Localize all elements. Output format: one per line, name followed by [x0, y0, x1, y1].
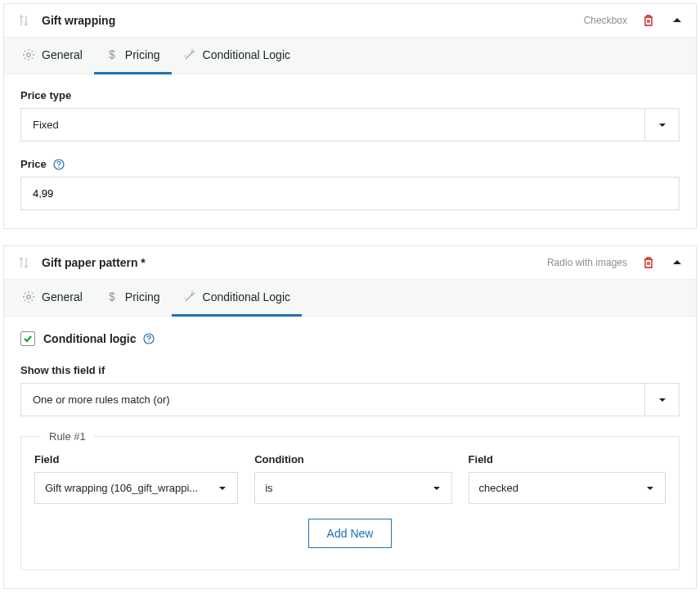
chevron-down-icon — [644, 109, 679, 141]
field-panel-gift-wrapping: Gift wrapping Checkbox General Pricing C… — [3, 3, 697, 229]
rule-legend: Rule #1 — [41, 430, 94, 443]
price-type-label: Price type — [20, 89, 680, 101]
tab-conditional-logic[interactable]: Conditional Logic — [172, 38, 302, 74]
panel-header: Gift paper pattern * Radio with images — [4, 246, 696, 279]
price-field: Price — [20, 158, 680, 210]
tab-label: Pricing — [125, 290, 160, 303]
tab-label: Pricing — [125, 48, 160, 61]
field-panel-gift-paper-pattern: Gift paper pattern * Radio with images G… — [3, 245, 697, 589]
dollar-icon — [105, 48, 119, 61]
price-type-select[interactable]: Fixed — [20, 108, 680, 142]
tab-label: Conditional Logic — [203, 48, 290, 61]
panel-header: Gift wrapping Checkbox — [4, 4, 696, 37]
tab-pricing[interactable]: Pricing — [94, 38, 172, 74]
rule-field-label: Field — [34, 453, 238, 465]
tab-label: Conditional Logic — [203, 290, 290, 303]
conditional-logic-checkbox[interactable] — [20, 331, 35, 346]
conditional-logic-label: Conditional logic — [43, 332, 137, 345]
rule-value-select[interactable]: checked — [469, 472, 666, 504]
add-new-button[interactable]: Add New — [308, 519, 393, 548]
dollar-icon — [105, 290, 119, 303]
panel-title: Gift paper pattern * — [42, 256, 547, 269]
select-value: is — [255, 473, 421, 503]
show-if-field: Show this field if One or more rules mat… — [20, 364, 680, 416]
rule-field-col: Field Gift wrapping (106_gift_wrappi... — [34, 453, 238, 504]
tab-label: General — [42, 290, 83, 303]
select-value: One or more rules match (or) — [21, 384, 644, 416]
drag-handle-icon[interactable] — [17, 256, 30, 269]
select-value: Fixed — [21, 109, 644, 141]
price-label-text: Price — [20, 158, 47, 170]
show-if-label: Show this field if — [20, 364, 680, 376]
collapse-icon[interactable] — [671, 15, 683, 26]
rule-field-select[interactable]: Gift wrapping (106_gift_wrappi... — [34, 472, 238, 504]
tabs: General Pricing Conditional Logic — [4, 279, 696, 317]
wand-icon — [183, 290, 196, 303]
rule-condition-select[interactable]: is — [254, 472, 451, 504]
chevron-down-icon — [644, 384, 679, 416]
chevron-down-icon — [208, 473, 237, 503]
collapse-icon[interactable] — [671, 257, 683, 268]
panel-body: Conditional logic Show this field if One… — [4, 317, 696, 588]
rule-condition-col: Condition is — [254, 453, 451, 504]
rule-value-col: Field checked — [469, 453, 666, 504]
rule-condition-label: Condition — [254, 453, 451, 465]
svg-point-2 — [27, 295, 30, 299]
panel-title: Gift wrapping — [42, 14, 584, 27]
chevron-down-icon — [422, 473, 451, 503]
tab-general[interactable]: General — [11, 280, 94, 317]
show-if-select[interactable]: One or more rules match (or) — [20, 383, 680, 416]
panel-type-label: Checkbox — [584, 15, 627, 26]
help-icon[interactable] — [53, 159, 65, 170]
tab-label: General — [42, 48, 83, 61]
add-new-row: Add New — [34, 519, 666, 548]
select-value: checked — [469, 473, 635, 503]
delete-icon[interactable] — [642, 14, 655, 27]
panel-body: Price type Fixed Price — [4, 74, 696, 228]
rule-value-label: Field — [469, 453, 666, 465]
gear-icon — [22, 290, 35, 303]
select-value: Gift wrapping (106_gift_wrappi... — [35, 473, 208, 503]
conditional-logic-toggle: Conditional logic — [20, 331, 680, 346]
price-label: Price — [20, 158, 680, 170]
panel-type-label: Radio with images — [547, 257, 627, 268]
drag-handle-icon[interactable] — [17, 14, 30, 27]
tab-general[interactable]: General — [11, 38, 94, 74]
rule-row: Field Gift wrapping (106_gift_wrappi... … — [34, 453, 666, 504]
chevron-down-icon — [635, 473, 665, 503]
price-input[interactable] — [20, 177, 680, 210]
tabs: General Pricing Conditional Logic — [4, 37, 696, 74]
tab-pricing[interactable]: Pricing — [94, 280, 172, 317]
price-type-field: Price type Fixed — [20, 89, 680, 142]
rule-1: Rule #1 Field Gift wrapping (106_gift_wr… — [20, 436, 680, 570]
svg-point-0 — [27, 53, 30, 56]
tab-conditional-logic[interactable]: Conditional Logic — [172, 280, 302, 317]
wand-icon — [183, 48, 196, 61]
help-icon[interactable] — [143, 333, 155, 344]
gear-icon — [22, 48, 35, 61]
delete-icon[interactable] — [642, 256, 655, 269]
